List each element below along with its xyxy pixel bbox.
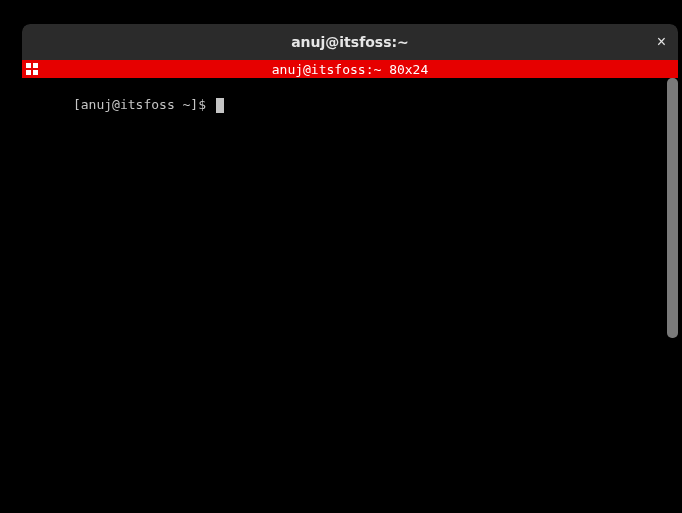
shell-prompt: [anuj@itsfoss ~]$ <box>73 97 214 113</box>
window-title: anuj@itsfoss:~ <box>291 34 409 50</box>
cursor <box>216 98 224 113</box>
close-button[interactable]: × <box>657 34 666 50</box>
terminal-area[interactable]: [anuj@itsfoss ~]$ <box>22 78 678 513</box>
terminal-window: anuj@itsfoss:~ × anuj@itsfoss:~ 80x24 [a… <box>22 24 678 513</box>
terminal-content[interactable]: [anuj@itsfoss ~]$ <box>22 78 678 132</box>
scrollbar-thumb[interactable] <box>667 78 678 338</box>
tab-title: anuj@itsfoss:~ 80x24 <box>272 62 429 77</box>
tabbar[interactable]: anuj@itsfoss:~ 80x24 <box>22 60 678 78</box>
grid-icon[interactable] <box>25 62 39 76</box>
titlebar[interactable]: anuj@itsfoss:~ × <box>22 24 678 60</box>
